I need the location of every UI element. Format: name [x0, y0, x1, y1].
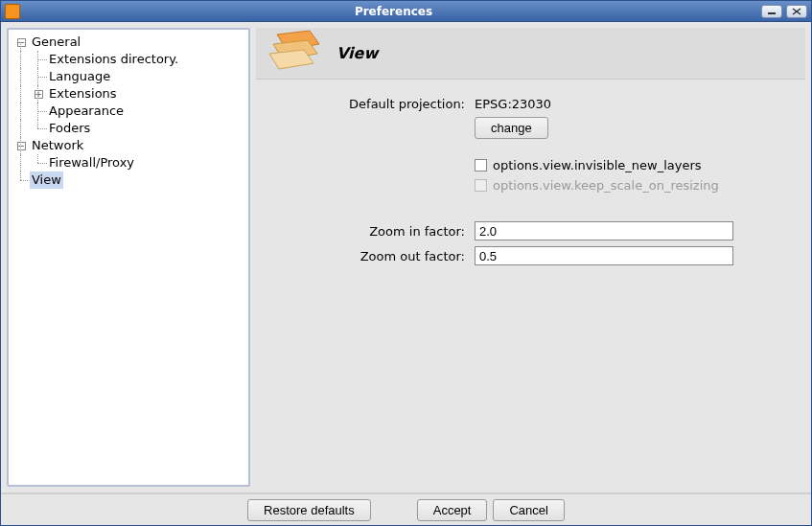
restore-defaults-button[interactable]: Restore defaults — [247, 499, 371, 521]
layers-icon — [264, 29, 325, 79]
tree-node-network[interactable]: − Network — [11, 137, 246, 154]
tree-node-folders[interactable]: Foders — [11, 120, 246, 137]
checkbox-label: options.view.keep_scale_on_resizing — [493, 178, 719, 193]
zoom-in-factor-input[interactable] — [475, 221, 733, 240]
expand-icon[interactable]: + — [35, 90, 43, 99]
collapse-icon[interactable]: − — [17, 142, 26, 150]
checkbox-icon — [475, 159, 487, 172]
panel-header: View — [256, 28, 805, 80]
window-title: Preferences — [26, 5, 761, 18]
tree-label: Foders — [47, 120, 92, 137]
window-buttons — [761, 5, 807, 18]
tree-node-general[interactable]: − General — [11, 34, 246, 51]
cancel-button[interactable]: Cancel — [493, 499, 564, 521]
category-tree: − General Extensions directory. — [7, 28, 250, 487]
minimize-button[interactable] — [761, 5, 782, 18]
tree-node-appearance[interactable]: Appearance — [11, 103, 246, 120]
accept-button[interactable]: Accept — [417, 499, 488, 521]
svg-rect-0 — [768, 12, 776, 14]
tree-label: View — [30, 172, 63, 189]
tree-node-language[interactable]: Language — [11, 68, 246, 85]
change-projection-button[interactable]: change — [475, 117, 548, 139]
preferences-window: Preferences − Genera — [0, 0, 812, 526]
content-area: − General Extensions directory. — [1, 22, 811, 492]
dialog-button-bar: Restore defaults Accept Cancel — [1, 492, 811, 525]
titlebar: Preferences — [1, 1, 811, 22]
zoom-out-factor-input[interactable] — [475, 246, 733, 265]
panel-body: Default projection: EPSG:23030 change — [256, 80, 805, 487]
tree-node-firewall[interactable]: Firewall/Proxy — [11, 154, 246, 172]
collapse-icon[interactable]: − — [17, 38, 26, 47]
tree-label: Appearance — [47, 103, 126, 120]
zoom-out-factor-label: Zoom out factor: — [273, 249, 475, 263]
default-projection-value: EPSG:23030 — [475, 97, 551, 111]
panel-title: View — [336, 44, 378, 62]
tree-node-ext-dir[interactable]: Extensions directory. — [11, 51, 246, 68]
close-button[interactable] — [786, 5, 807, 18]
tree-label: General — [30, 34, 82, 51]
checkbox-icon — [475, 179, 487, 192]
tree-label: Network — [30, 137, 85, 154]
tree-label: Language — [47, 68, 112, 85]
tree-node-view[interactable]: View — [11, 172, 246, 189]
tree-label: Extensions — [47, 85, 119, 103]
checkbox-label: options.view.invisible_new_layers — [493, 158, 702, 172]
checkbox-invisible-new-layers[interactable]: options.view.invisible_new_layers — [475, 158, 702, 172]
settings-panel: View Default projection: EPSG:23030 chan… — [256, 28, 805, 487]
tree-label: Extensions directory. — [47, 51, 180, 68]
checkbox-keep-scale-on-resizing: options.view.keep_scale_on_resizing — [475, 178, 719, 193]
app-icon — [5, 4, 20, 19]
zoom-in-factor-label: Zoom in factor: — [273, 224, 475, 239]
tree-label: Firewall/Proxy — [47, 154, 136, 172]
default-projection-label: Default projection: — [273, 97, 475, 111]
tree-node-extensions[interactable]: + Extensions — [11, 85, 246, 103]
